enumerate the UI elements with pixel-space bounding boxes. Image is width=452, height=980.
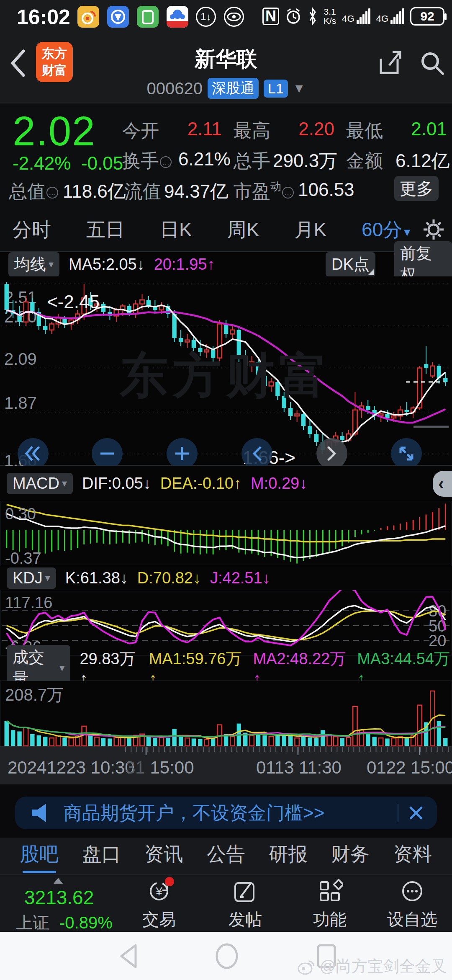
- share-icon[interactable]: [377, 49, 403, 76]
- macd-dropdown-button[interactable]: MACD▾: [7, 473, 73, 494]
- volume-header: 成交量▾ 29.83万↑ MA1:59.76万↑ MA2:48.22万↑ MA3…: [0, 655, 452, 681]
- promo-banner[interactable]: 商品期货开户，不设资金门槛>>: [15, 797, 437, 829]
- index-value[interactable]: 3213.62: [24, 886, 94, 909]
- kdj-dropdown-button[interactable]: KDJ▾: [7, 567, 56, 589]
- more-button[interactable]: 更多: [394, 176, 439, 201]
- content-tab-股吧[interactable]: 股吧: [20, 841, 59, 871]
- scroll-right-button[interactable]: [316, 438, 347, 469]
- signal-2-icon: 4G: [376, 8, 404, 24]
- candlestick-chart[interactable]: 东方财富 2.512.302.091.871.66<-2.451.66->: [0, 276, 452, 466]
- clock: 16:02: [17, 5, 70, 29]
- ma20-value: 20:1.95↑: [154, 255, 215, 273]
- index-name-change[interactable]: 上证-0.89%: [16, 911, 113, 934]
- mcap-label: 总值…: [9, 179, 58, 204]
- signal-1-icon: 4G: [342, 8, 370, 24]
- macd-header: MACD▾ DIF:0.05↓ DEA:-0.10↑ M:0.29↓: [0, 466, 452, 501]
- svg-text:20: 20: [429, 632, 446, 650]
- nav-home-icon[interactable]: [214, 943, 239, 970]
- ma-dropdown-button[interactable]: 均线▾: [8, 252, 59, 277]
- status-bar: 16:02 1↓ N 3.1K/s 4G 4G 92: [0, 0, 452, 33]
- search-icon[interactable]: [419, 49, 445, 76]
- open-value: 2.11: [187, 119, 222, 139]
- volume-label: 总手: [234, 149, 270, 173]
- period-tab-60分[interactable]: 60分▾: [362, 217, 410, 243]
- post-icon: [232, 879, 259, 904]
- bluetooth-icon: [308, 7, 318, 26]
- watermark: @尚方宝剑全金叉: [297, 956, 447, 977]
- amount-value: 6.12亿: [396, 149, 450, 173]
- content-tabs: 股吧盘口资讯公告研报财务资料: [0, 838, 452, 874]
- eye-protect-icon: [224, 7, 244, 27]
- content-tab-公告[interactable]: 公告: [207, 841, 245, 871]
- last-price: 2.02: [13, 108, 96, 155]
- turnover-label: 换手…: [122, 149, 172, 173]
- nav-back-icon[interactable]: [117, 944, 141, 969]
- period-tab-日K[interactable]: 日K: [160, 217, 192, 243]
- speaker-icon: [30, 803, 53, 823]
- info-icon: …: [46, 187, 58, 199]
- d-value: D:70.82↓: [137, 569, 201, 587]
- speed-mode-icon: 1↓: [196, 7, 216, 27]
- weibo-watermark-icon: [297, 958, 316, 975]
- scroll-left-fast-button[interactable]: [18, 438, 49, 469]
- close-icon[interactable]: [408, 805, 424, 821]
- svg-text:117.16: 117.16: [5, 594, 52, 611]
- watermark-text: @尚方宝剑全金叉: [319, 956, 447, 977]
- alarm-icon: [285, 7, 302, 26]
- nfc-icon: N: [262, 8, 279, 25]
- dk-point-button[interactable]: DK点: [326, 252, 375, 277]
- green-app-icon: [137, 6, 159, 28]
- level-badge: L1: [264, 80, 288, 98]
- high-label: 最高: [234, 119, 270, 143]
- period-tab-周K[interactable]: 周K: [227, 217, 259, 243]
- period-tab-月K[interactable]: 月K: [294, 217, 326, 243]
- svg-text:0.30: 0.30: [5, 505, 36, 523]
- svg-text:<-2.45: <-2.45: [47, 291, 100, 312]
- low-value: 2.01: [411, 119, 447, 139]
- index-expand-icon[interactable]: [54, 878, 63, 884]
- add-watchlist-button[interactable]: 设自选: [387, 879, 437, 931]
- time-label: 20241223 10:30: [8, 758, 135, 778]
- ma-settings-row: 均线▾ MA5:2.05↓ 20:1.95↑ DK点 前复权: [0, 252, 452, 276]
- battery-indicator: 92: [410, 7, 444, 26]
- j-value: J:42.51↓: [210, 569, 270, 587]
- content-tab-财务[interactable]: 财务: [331, 841, 370, 871]
- low-label: 最低: [346, 119, 383, 143]
- volume-value: 290.3万: [273, 149, 337, 173]
- collapse-panel-handle[interactable]: ‹: [433, 471, 452, 497]
- price-change: -2.42% -0.05: [13, 153, 123, 174]
- info-icon: …: [160, 156, 172, 168]
- post-button[interactable]: 发帖: [220, 879, 270, 931]
- time-axis: 20241223 10:3031 15:000113 11:300122 15:…: [0, 747, 452, 784]
- banner-divider: [398, 804, 398, 822]
- content-tab-盘口[interactable]: 盘口: [82, 841, 121, 871]
- axis-ticks: [0, 747, 452, 757]
- market-badge: 深股通: [208, 78, 259, 99]
- svg-text:-0.37: -0.37: [5, 549, 41, 566]
- period-tab-五日[interactable]: 五日: [86, 217, 125, 243]
- pe-value: 106.53: [298, 179, 354, 200]
- gear-icon[interactable]: [422, 218, 445, 241]
- scroll-left-button[interactable]: [241, 438, 272, 469]
- high-value: 2.20: [298, 119, 334, 139]
- chart-watermark: 东方财富: [120, 343, 332, 408]
- zoom-out-button[interactable]: [92, 438, 123, 469]
- fullscreen-button[interactable]: [391, 438, 422, 469]
- trade-button[interactable]: ¥ 交易: [134, 879, 184, 931]
- banner-text[interactable]: 商品期货开户，不设资金门槛>>: [64, 801, 398, 825]
- time-label: 0113 11:30: [256, 758, 342, 778]
- title-bar: 东方财富 新华联 000620 深股通 L1 ▼: [0, 33, 452, 103]
- m-value: M:0.29↓: [251, 475, 307, 493]
- turnover-value: 6.21%: [178, 149, 231, 170]
- content-tab-资讯[interactable]: 资讯: [144, 841, 183, 871]
- content-tab-资料[interactable]: 资料: [393, 841, 432, 871]
- functions-button[interactable]: 功能: [305, 879, 355, 931]
- zoom-in-button[interactable]: [167, 438, 198, 469]
- amount-label: 金额: [346, 149, 383, 173]
- period-tab-分时[interactable]: 分时: [13, 217, 51, 243]
- volume-panel[interactable]: 208.7万: [0, 681, 452, 747]
- period-tabs: 分时五日日K周K月K60分▾: [0, 208, 452, 252]
- content-tab-研报[interactable]: 研报: [269, 841, 308, 871]
- chevron-down-icon[interactable]: ▼: [293, 81, 306, 95]
- macd-panel[interactable]: 0.30-0.37: [0, 501, 452, 566]
